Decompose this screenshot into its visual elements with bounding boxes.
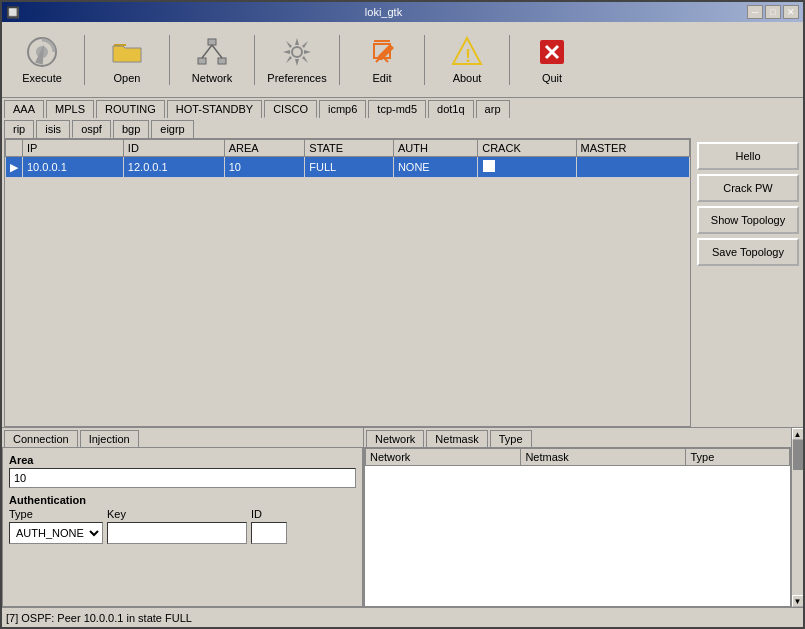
minimize-button[interactable]: ─ [747, 5, 763, 19]
col-state: STATE [305, 140, 394, 157]
tab-rip[interactable]: rip [4, 120, 34, 138]
ospf-table: IP ID AREA STATE AUTH CRACK MASTER [5, 139, 690, 178]
right-panel: Hello Crack PW Show Topology Save Topolo… [693, 138, 803, 427]
cell-area: 10 [224, 157, 305, 178]
open-button[interactable]: Open [87, 25, 167, 95]
table-row[interactable]: ▶ 10.0.0.1 12.0.0.1 10 FULL NONE [6, 157, 690, 178]
close-button[interactable]: ✕ [783, 5, 799, 19]
execute-button[interactable]: Execute [2, 25, 82, 95]
show-topology-button[interactable]: Show Topology [697, 206, 799, 234]
tab-ospf[interactable]: ospf [72, 120, 111, 138]
scroll-up-button[interactable]: ▲ [792, 428, 804, 440]
bottom-left-panel: Connection Injection Area Authentication… [2, 428, 364, 607]
separator-6 [509, 35, 510, 85]
scrollbar: ▲ ▼ [791, 428, 803, 607]
toolbar: Execute Open [2, 22, 803, 98]
status-text: [7] OSPF: Peer 10.0.0.1 in state FULL [6, 612, 192, 624]
bottom-tabs-left: Connection Injection [2, 428, 363, 447]
tab-eigrp[interactable]: eigrp [151, 120, 193, 138]
main-window: 🔲 loki_gtk ─ □ ✕ Execute [0, 0, 805, 629]
tab-type[interactable]: Type [490, 430, 532, 447]
auth-type-select[interactable]: AUTH_NONE MD5 PLAIN [10, 525, 102, 541]
titlebar-icon: 🔲 [6, 6, 20, 19]
tabs-row-2: rip isis ospf bgp eigrp [2, 118, 803, 138]
content-area: AAA MPLS ROUTING HOT-STANDBY CISCO icmp6… [2, 98, 803, 627]
network-table-area: Network Netmask Type Network Netmask Typ… [364, 428, 791, 607]
col-arrow [6, 140, 23, 157]
separator-5 [424, 35, 425, 85]
tab-injection[interactable]: Injection [80, 430, 139, 447]
tab-network[interactable]: Network [366, 430, 424, 447]
auth-id-input[interactable] [252, 523, 286, 539]
network-table-container: Network Netmask Type [364, 447, 791, 607]
maximize-button[interactable]: □ [765, 5, 781, 19]
tab-arp[interactable]: arp [476, 100, 510, 118]
cell-crack [478, 157, 576, 178]
about-icon: ! [451, 36, 483, 68]
edit-button[interactable]: Edit [342, 25, 422, 95]
area-input[interactable] [9, 468, 356, 488]
separator-1 [84, 35, 85, 85]
crack-checkbox[interactable] [482, 159, 496, 173]
tab-netmask[interactable]: Netmask [426, 430, 487, 447]
auth-key-input[interactable] [107, 522, 247, 544]
col-ip: IP [23, 140, 124, 157]
cell-auth: NONE [393, 157, 477, 178]
cell-id: 12.0.0.1 [123, 157, 224, 178]
quit-button[interactable]: Quit [512, 25, 592, 95]
save-topology-button[interactable]: Save Topology [697, 238, 799, 266]
col-area: AREA [224, 140, 305, 157]
scroll-down-button[interactable]: ▼ [792, 595, 804, 607]
tab-connection[interactable]: Connection [4, 430, 78, 447]
auth-id-label: ID [251, 508, 287, 520]
area-label: Area [9, 454, 356, 466]
quit-icon [536, 36, 568, 68]
execute-label: Execute [22, 72, 62, 84]
tab-bgp[interactable]: bgp [113, 120, 149, 138]
tab-icmp6[interactable]: icmp6 [319, 100, 366, 118]
tab-mpls[interactable]: MPLS [46, 100, 94, 118]
network-label: Network [192, 72, 232, 84]
preferences-icon [281, 36, 313, 68]
middle-left: IP ID AREA STATE AUTH CRACK MASTER [2, 138, 693, 427]
tab-isis[interactable]: isis [36, 120, 70, 138]
network-button[interactable]: Network [172, 25, 252, 95]
separator-2 [169, 35, 170, 85]
auth-key-col: Key [107, 508, 247, 544]
net-col-netmask: Netmask [521, 449, 686, 466]
col-master: MASTER [576, 140, 689, 157]
table-container: IP ID AREA STATE AUTH CRACK MASTER [4, 138, 691, 427]
svg-text:!: ! [465, 46, 471, 66]
svg-line-7 [212, 45, 222, 58]
tabs-row-1: AAA MPLS ROUTING HOT-STANDBY CISCO icmp6… [2, 98, 803, 118]
tab-routing[interactable]: ROUTING [96, 100, 165, 118]
auth-id-col: ID [251, 508, 287, 544]
preferences-label: Preferences [267, 72, 326, 84]
auth-type-label: Type [9, 508, 103, 520]
tab-tcp-md5[interactable]: tcp-md5 [368, 100, 426, 118]
titlebar: 🔲 loki_gtk ─ □ ✕ [2, 2, 803, 22]
preferences-button[interactable]: Preferences [257, 25, 337, 95]
net-col-network: Network [366, 449, 521, 466]
separator-3 [254, 35, 255, 85]
middle-section: IP ID AREA STATE AUTH CRACK MASTER [2, 138, 803, 427]
tab-cisco[interactable]: CISCO [264, 100, 317, 118]
svg-rect-3 [208, 39, 216, 45]
tab-dot1q[interactable]: dot1q [428, 100, 474, 118]
row-arrow: ▶ [6, 157, 23, 178]
about-label: About [453, 72, 482, 84]
edit-icon [366, 36, 398, 68]
cell-state: FULL [305, 157, 394, 178]
net-col-type: Type [686, 449, 790, 466]
crack-pw-button[interactable]: Crack PW [697, 174, 799, 202]
tab-aaa[interactable]: AAA [4, 100, 44, 118]
auth-type-col: Type AUTH_NONE MD5 PLAIN [9, 508, 103, 544]
hello-button[interactable]: Hello [697, 142, 799, 170]
tab-hot-standby[interactable]: HOT-STANDBY [167, 100, 262, 118]
scroll-thumb[interactable] [793, 440, 803, 470]
col-auth: AUTH [393, 140, 477, 157]
cell-ip: 10.0.0.1 [23, 157, 124, 178]
titlebar-title: loki_gtk [20, 6, 747, 18]
cell-master [576, 157, 689, 178]
about-button[interactable]: ! About [427, 25, 507, 95]
